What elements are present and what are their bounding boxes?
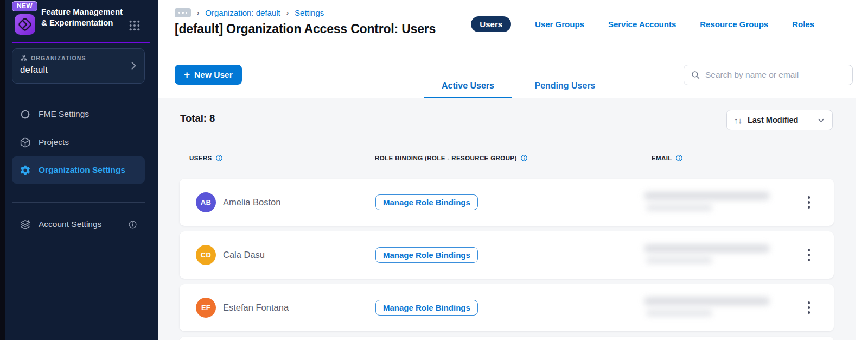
info-icon[interactable] <box>675 154 683 162</box>
user-view-tabs: Active Users Pending Users <box>424 74 609 98</box>
manage-role-bindings-button[interactable]: Manage Role Bindings <box>375 300 478 316</box>
chevron-down-icon <box>817 116 825 124</box>
sidebar-accent-divider <box>12 42 150 43</box>
sidebar: NEW Feature Management & Experimentation <box>5 0 158 340</box>
tab-resource-groups[interactable]: Resource Groups <box>700 20 768 29</box>
search-box <box>684 65 853 85</box>
breadcrumb: › Organization: default › Settings <box>175 8 324 17</box>
table-row: AB Amelia Boston Manage Role Bindings <box>180 179 834 226</box>
sort-dropdown-value: Last Modified <box>748 116 812 124</box>
sidebar-item-fme-settings[interactable]: FME Settings <box>12 102 145 127</box>
app-window: NEW Feature Management & Experimentation <box>0 0 868 340</box>
users-list-panel: Total: 8 ↑↓ Last Modified USERS <box>158 98 856 340</box>
user-name: Amelia Boston <box>223 179 280 226</box>
table-row-partial <box>180 337 834 340</box>
new-user-button[interactable]: + New User <box>175 65 242 85</box>
email-redacted <box>644 244 770 263</box>
plus-icon: + <box>184 70 190 80</box>
organizations-hierarchy-icon <box>20 54 28 62</box>
app-title: Feature Management & Experimentation <box>41 7 131 29</box>
table-row: CD Cala Dasu Manage Role Bindings <box>180 231 834 279</box>
sidebar-item-label: Organization Settings <box>39 165 125 175</box>
sidebar-item-projects[interactable]: Projects <box>12 130 145 155</box>
column-label: ROLE BINDING (ROLE - RESOURCE GROUP) <box>375 155 517 161</box>
tab-user-groups[interactable]: User Groups <box>535 20 584 29</box>
sort-dropdown[interactable]: ↑↓ Last Modified <box>726 110 833 130</box>
sidebar-item-label: Projects <box>39 137 69 147</box>
new-user-button-label: New User <box>194 70 233 80</box>
email-redacted <box>644 192 770 211</box>
sort-direction-icon: ↑↓ <box>734 116 742 125</box>
fme-settings-icon <box>20 109 31 120</box>
column-label: USERS <box>189 155 212 161</box>
toolbar: + New User Active Users Pending Users <box>158 52 856 98</box>
user-name: Estefan Fontana <box>223 284 289 331</box>
manage-role-bindings-button[interactable]: Manage Role Bindings <box>375 247 478 263</box>
tab-roles[interactable]: Roles <box>792 20 814 29</box>
user-name: Cala Dasu <box>223 231 265 279</box>
info-icon[interactable] <box>128 220 137 229</box>
tab-pending-users[interactable]: Pending Users <box>521 74 609 98</box>
row-menu-kebab-icon[interactable] <box>802 179 815 226</box>
table-row: EF Estefan Fontana Manage Role Bindings <box>180 284 834 331</box>
row-menu-kebab-icon[interactable] <box>802 284 815 331</box>
main-panel: › Organization: default › Settings [defa… <box>158 0 856 340</box>
breadcrumb-collapsed-button[interactable] <box>175 8 191 17</box>
gear-icon <box>20 165 31 176</box>
chevron-right-icon <box>128 60 139 71</box>
search-icon <box>691 70 700 80</box>
breadcrumb-link-organization[interactable]: Organization: default <box>205 8 280 17</box>
access-control-tabs: Users User Groups Service Accounts Resou… <box>471 16 814 32</box>
tab-active-users[interactable]: Active Users <box>424 74 512 98</box>
tab-users[interactable]: Users <box>471 16 511 32</box>
search-input[interactable] <box>705 70 846 80</box>
sidebar-divider <box>12 202 145 203</box>
breadcrumb-separator: › <box>286 9 289 17</box>
sidebar-item-organization-settings[interactable]: Organization Settings <box>12 156 145 184</box>
window-edge-strip <box>0 0 5 340</box>
row-menu-kebab-icon[interactable] <box>802 231 815 279</box>
sidebar-item-label: Account Settings <box>39 219 101 229</box>
manage-role-bindings-button[interactable]: Manage Role Bindings <box>375 194 478 210</box>
info-icon[interactable] <box>520 154 528 162</box>
new-badge: NEW <box>12 1 37 11</box>
total-count: Total: 8 <box>180 112 215 124</box>
app-switcher-grid-icon[interactable] <box>129 20 141 32</box>
email-redacted <box>644 297 770 316</box>
column-header-email: EMAIL <box>652 154 683 162</box>
column-header-role-binding: ROLE BINDING (ROLE - RESOURCE GROUP) <box>375 154 528 162</box>
avatar: CD <box>196 245 216 265</box>
sidebar-item-account-settings[interactable]: Account Settings <box>12 212 145 237</box>
projects-cube-icon <box>20 137 31 148</box>
breadcrumb-link-settings[interactable]: Settings <box>295 8 324 17</box>
fme-app-logo-icon <box>14 14 36 35</box>
tab-service-accounts[interactable]: Service Accounts <box>608 20 676 29</box>
organization-name: default <box>20 65 48 75</box>
info-icon[interactable] <box>215 154 223 162</box>
column-label: EMAIL <box>652 155 672 161</box>
page-header: › Organization: default › Settings [defa… <box>158 0 856 52</box>
organizations-label: ORGANIZATIONS <box>31 55 86 61</box>
column-header-users: USERS <box>189 154 223 162</box>
account-settings-layers-icon <box>20 219 31 230</box>
sidebar-item-label: FME Settings <box>39 109 89 119</box>
organization-selector[interactable]: ORGANIZATIONS default <box>12 48 145 84</box>
page-title: [default] Organization Access Control: U… <box>175 22 436 36</box>
avatar: EF <box>196 298 216 318</box>
avatar: AB <box>196 192 216 212</box>
breadcrumb-separator: › <box>197 9 199 17</box>
